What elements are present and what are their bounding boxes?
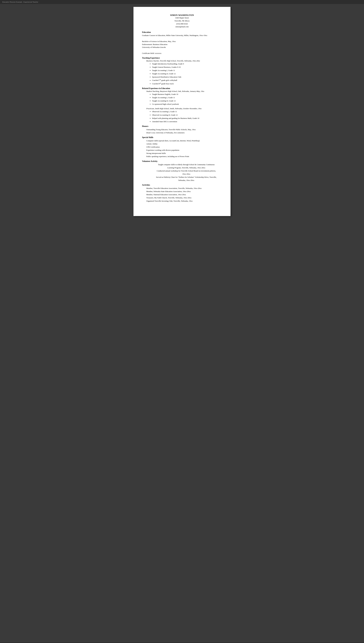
address-phone: (555) 890-6543 <box>142 23 222 26</box>
activity-item-2: Member, Nebraska State Education Associa… <box>146 190 222 193</box>
skill-item-4: Experience working with diverse populati… <box>146 149 222 152</box>
related-entry-2: Practicum, Smith High School, Smith, Neb… <box>142 107 222 123</box>
address-email: simon@mail.com <box>142 25 222 28</box>
volunteer-title: Volunteer Activity <box>142 160 222 162</box>
bullet-item: Coached 9th grade boys track <box>152 82 222 85</box>
teaching-experience-section: Teaching Experience Business Teacher, Tr… <box>142 57 222 85</box>
honors-section: Honors Outstanding Young Educator, Treev… <box>142 125 222 134</box>
bullet-item: Taught Accounting I, Grade 11 <box>152 69 222 72</box>
teaching-experience-title: Teaching Experience <box>142 57 222 59</box>
volunteer-item-3: Served as Publicity Chair for “Dollars f… <box>150 176 222 182</box>
related-entry-2-bullets: Observed Accounting I, Grade 11 Observed… <box>142 110 222 123</box>
bullet-item: Taught General Business, Grades 9-10 <box>152 66 222 69</box>
teaching-entry-1-bullets: Taught Introductory Keyboarding, Grade 9… <box>142 62 222 85</box>
applicant-name: SIMON WASHINGTON <box>142 14 222 17</box>
education-item-4: University of Nebraska-Lincoln <box>142 46 222 49</box>
related-experience-title: Related Experience in Education <box>142 87 222 90</box>
skill-item-3: CPR Certification <box>146 145 222 149</box>
special-skills-section: Special Skills Computer skills (spread s… <box>142 136 222 158</box>
teaching-entry-1: Business Teacher, Treeville High School,… <box>142 60 222 85</box>
bullet-item: Observed Accounting II, Grade 12 <box>152 113 222 117</box>
bullet-item: Coached 7th grade girls volleyball <box>152 79 222 82</box>
address-city: Treeville, NE 68xxx <box>142 20 222 23</box>
activity-item-5: Organized Treeville Investing Club, Tree… <box>146 199 222 203</box>
education-content: Graduate Courses in Education, Miller St… <box>142 34 222 55</box>
related-entry-1: Student Teaching, Busytown High School, … <box>142 90 222 106</box>
honors-title: Honors <box>142 125 222 127</box>
honors-item-1: Outstanding Young Educator, Treeville Pu… <box>146 128 222 131</box>
related-entry-1-header: Student Teaching, Busytown High School, … <box>146 90 222 93</box>
browser-title-bar: Education Resume Example - Experienced T… <box>0 0 364 4</box>
education-title: Education <box>142 31 222 34</box>
skill-item-1: Computer skills (spread sheet, AccountCo… <box>146 139 222 142</box>
bullet-item: Taught Business English, Grade 10 <box>152 93 222 96</box>
resume-header: SIMON WASHINGTON 1640 Maple Street Treev… <box>142 14 222 28</box>
activities-title: Activities <box>142 184 222 186</box>
special-skills-title: Special Skills <box>142 136 222 139</box>
bullet-item: Taught Accounting I, Grade 11 <box>152 96 222 99</box>
honors-content: Outstanding Young Educator, Treeville Pu… <box>146 128 222 134</box>
honors-item-2: Dean’s List, University of Nebraska, fiv… <box>146 131 222 134</box>
teaching-entry-1-header: Business Teacher, Treeville High School,… <box>146 60 222 62</box>
skill-item-6: Public speaking experience, including us… <box>146 155 222 158</box>
skill-item-5: Strong interpersonal skills <box>146 152 222 155</box>
education-item-3: Endorsement: Business Education <box>142 43 222 46</box>
education-item-5: Certificate Held: xxxxxxx <box>142 52 222 55</box>
volunteer-item-2: Conducted annual workshop for Treeville … <box>150 169 222 176</box>
bullet-item: Helped with planning and grading for Bus… <box>152 117 222 120</box>
activities-section: Activities Member, Treeville Education A… <box>142 184 222 202</box>
activity-item-3: Member, National Education Association, … <box>146 193 222 196</box>
education-section: Education Graduate Courses in Education,… <box>142 31 222 55</box>
bullet-item: Co-sponsored high school yearbook <box>152 103 222 106</box>
bullet-item: Attended State DECA convention <box>152 120 222 123</box>
activity-item-1: Member, Treeville Education Association,… <box>146 187 222 190</box>
bullet-item: Taught Accounting II, Grade 12 <box>152 72 222 75</box>
related-entry-2-header: Practicum, Smith High School, Smith, Neb… <box>146 107 222 110</box>
related-experience-section: Related Experience in Education Student … <box>142 87 222 123</box>
volunteer-item-1: Taught computer skills to elderly throug… <box>150 163 222 169</box>
volunteer-section: Volunteer Activity Taught computer skill… <box>142 160 222 182</box>
volunteer-content: Taught computer skills to elderly throug… <box>150 163 222 182</box>
related-entry-1-bullets: Taught Business English, Grade 10 Taught… <box>142 93 222 106</box>
bullet-item: Taught Introductory Keyboarding, Grade 9 <box>152 62 222 66</box>
activity-item-4: Treasurer, My Faith Church, Treeville, N… <box>146 196 222 199</box>
page-background: SIMON WASHINGTON 1640 Maple Street Treev… <box>0 4 364 643</box>
browser-title: Education Resume Example - Experienced T… <box>2 1 38 3</box>
education-item-1: Graduate Courses in Education, Miller St… <box>142 34 222 37</box>
bullet-item: Taught Accounting II, Grade 12 <box>152 99 222 102</box>
resume-document: SIMON WASHINGTON 1640 Maple Street Treev… <box>134 7 230 216</box>
education-item-2: Bachelor of Science in Education, May, 1… <box>142 40 222 43</box>
activities-content: Member, Treeville Education Association,… <box>146 187 222 202</box>
bullet-item: Sponsored Distributive Education Club <box>152 76 222 79</box>
skill-item-2: Artistic Ability <box>146 142 222 145</box>
bullet-item: Observed Accounting I, Grade 11 <box>152 110 222 113</box>
special-skills-content: Computer skills (spread sheet, AccountCo… <box>146 139 222 158</box>
address-street: 1640 Maple Street <box>142 17 222 20</box>
